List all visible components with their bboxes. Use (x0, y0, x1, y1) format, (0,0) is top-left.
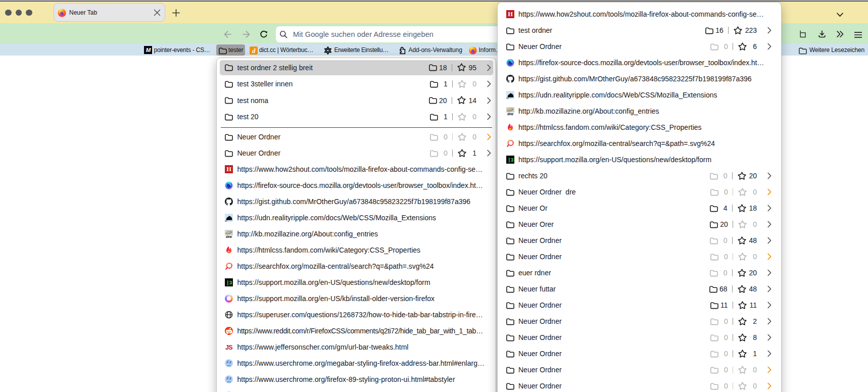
svg-text:JS: JS (225, 344, 232, 351)
svg-text:H: H (508, 11, 513, 18)
svg-text:|3: |3 (226, 280, 233, 286)
svg-text:css: css (227, 364, 231, 367)
svg-text:d: d (252, 46, 256, 54)
svg-text:|3: |3 (507, 157, 514, 163)
svg-text:zine: zine (507, 112, 513, 115)
svg-text:M: M (146, 47, 151, 53)
svg-text:css: css (227, 380, 231, 383)
svg-text:H: H (226, 166, 231, 173)
svg-text:zine: zine (226, 235, 232, 238)
